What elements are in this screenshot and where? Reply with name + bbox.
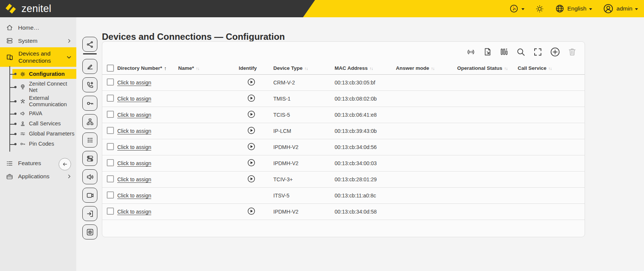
- table-body: Click to assign CRM-V-2 00:13:cb:30:05:b…: [102, 75, 585, 220]
- sidebar-item-configuration[interactable]: Configuration: [12, 69, 76, 79]
- sidebar-item-home[interactable]: Home…: [0, 21, 76, 34]
- row-checkbox[interactable]: [107, 78, 114, 86]
- identify-play-button[interactable]: [247, 78, 256, 86]
- add-icon[interactable]: [550, 47, 561, 57]
- row-checkbox[interactable]: [107, 95, 114, 102]
- rail-audio-button[interactable]: [82, 169, 97, 184]
- rail-keypad-button[interactable]: [82, 132, 97, 148]
- directory-number-assign-link[interactable]: Click to assign: [117, 128, 151, 134]
- row-checkbox[interactable]: [107, 208, 114, 215]
- sidebar-item-label: Call Services: [29, 120, 61, 127]
- broadcast-icon[interactable]: [466, 47, 476, 57]
- globe-stand-icon: [20, 84, 26, 90]
- rail-edit-button[interactable]: [82, 59, 97, 74]
- column-header-operational-status[interactable]: Operational Status: [457, 65, 518, 71]
- key-icon: [86, 99, 94, 108]
- column-header-name[interactable]: Name*: [178, 65, 239, 71]
- language-menu[interactable]: English: [555, 4, 592, 14]
- rail-topology-button[interactable]: [82, 37, 97, 52]
- table-row: Click to assign TCIS-5 00:13:cb:06:41:e8: [102, 107, 585, 123]
- filter-columns-icon[interactable]: [499, 47, 509, 57]
- sort-icon: [196, 65, 199, 71]
- sidebar-item-pin-codes[interactable]: Pin Codes: [20, 140, 76, 148]
- home-icon: [6, 24, 14, 32]
- topbar: zenitel: [0, 0, 644, 17]
- row-checkbox[interactable]: [107, 191, 114, 199]
- search-icon[interactable]: [516, 47, 526, 57]
- collapse-sidebar-button[interactable]: [59, 158, 71, 170]
- devices-submenu: Configuration Zenitel Connect Net: [0, 69, 76, 151]
- directory-number-assign-link[interactable]: Click to assign: [117, 96, 151, 102]
- identify-play-button[interactable]: [247, 175, 256, 183]
- key-icon: [20, 141, 26, 147]
- chevron-right-icon: [67, 38, 72, 44]
- file-export-icon[interactable]: [483, 47, 492, 57]
- sidebar-item-devices-and-connections[interactable]: Devices and Connections: [0, 47, 76, 67]
- clock-icon: [509, 4, 519, 14]
- sidebar-item-label: Pin Codes: [29, 141, 54, 147]
- identify-play-button[interactable]: [247, 94, 256, 102]
- door-exit-icon: [86, 209, 94, 218]
- column-header-device-type[interactable]: Device Type: [273, 65, 335, 71]
- sidebar-item-system[interactable]: System: [0, 34, 76, 47]
- directory-number-assign-link[interactable]: Click to assign: [117, 160, 151, 166]
- sidebar-item-zenitel-connect-net[interactable]: Zenitel Connect Net: [20, 81, 76, 93]
- column-header-directory-number[interactable]: Directory Number*: [117, 65, 178, 71]
- row-checkbox[interactable]: [107, 175, 114, 182]
- column-header-mac-address[interactable]: MAC Address: [335, 65, 396, 71]
- logo-text: zenitel: [21, 3, 51, 15]
- identify-play-button[interactable]: [247, 126, 256, 135]
- brightness-icon: [535, 4, 544, 14]
- sidebar-item-pava[interactable]: PAVA: [20, 110, 76, 118]
- time-menu[interactable]: [509, 4, 524, 14]
- devices-table-card: Directory Number* Name* Identify Device …: [102, 41, 585, 237]
- sidebar-item-external-communication[interactable]: External Communication: [20, 95, 76, 107]
- column-header-call-service[interactable]: Call Service: [518, 65, 585, 71]
- row-checkbox[interactable]: [107, 143, 114, 150]
- identify-play-button[interactable]: [247, 142, 256, 151]
- directory-number-assign-link[interactable]: Click to assign: [117, 209, 151, 215]
- sidebar-item-global-parameters[interactable]: Global Parameters: [20, 130, 76, 138]
- fullscreen-icon[interactable]: [533, 47, 543, 57]
- table-row: Click to assign IPDMH-V2 00:13:cb:34:0d:…: [102, 204, 585, 220]
- sidebar-item-label: Configuration: [29, 71, 65, 77]
- directory-number-assign-link[interactable]: Click to assign: [117, 112, 151, 118]
- select-all-checkbox[interactable]: [107, 65, 114, 72]
- row-checkbox[interactable]: [107, 111, 114, 118]
- gear-icon: [20, 71, 26, 77]
- delete-icon[interactable]: [567, 47, 577, 57]
- rail-phone-settings-button[interactable]: [82, 77, 97, 92]
- device-type-cell: CRM-V-2: [273, 80, 335, 86]
- rail-camera-button[interactable]: [82, 188, 97, 203]
- row-checkbox[interactable]: [107, 159, 114, 166]
- rail-settings-button[interactable]: [82, 224, 97, 239]
- user-label: admin: [617, 5, 632, 12]
- mac-address-cell: 00:13:cb:06:41:e8: [335, 112, 396, 118]
- directory-number-assign-link[interactable]: Click to assign: [117, 144, 151, 150]
- user-menu[interactable]: admin: [603, 3, 638, 14]
- identify-play-button[interactable]: [247, 207, 256, 215]
- rail-door-button[interactable]: [82, 206, 97, 221]
- zenitel-logo[interactable]: zenitel: [5, 0, 51, 17]
- sidebar-item-applications[interactable]: Applications: [0, 170, 76, 183]
- identify-play-button[interactable]: [247, 110, 256, 119]
- directory-number-assign-link[interactable]: Click to assign: [117, 176, 151, 182]
- directory-number-assign-link[interactable]: Click to assign: [117, 80, 151, 86]
- rail-toggles-button[interactable]: [82, 151, 97, 166]
- rail-sitemap-button[interactable]: [82, 114, 97, 129]
- tool-rail: [82, 37, 98, 239]
- mac-address-cell: 00:13:cb:34:00:03: [335, 160, 396, 166]
- sidebar-item-call-services[interactable]: Call Services: [20, 120, 76, 128]
- table-header-row: Directory Number* Name* Identify Device …: [102, 62, 585, 75]
- stamp-icon: [20, 120, 26, 127]
- identify-play-button[interactable]: [247, 158, 256, 167]
- theme-toggle[interactable]: [535, 4, 544, 14]
- column-header-answer-mode[interactable]: Answer mode: [396, 65, 457, 71]
- toggles-icon: [86, 154, 94, 163]
- tree-line: [9, 66, 10, 152]
- table-toolbar: [102, 42, 585, 62]
- row-checkbox[interactable]: [107, 127, 114, 134]
- rail-access-key-button[interactable]: [82, 96, 97, 111]
- directory-number-assign-link[interactable]: Click to assign: [117, 193, 151, 199]
- mac-address-cell: 00:13:cb:08:02:0b: [335, 96, 396, 102]
